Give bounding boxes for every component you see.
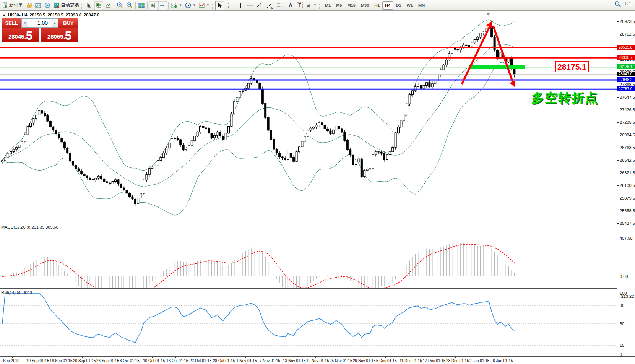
bear-candle (330, 131, 331, 133)
auto-scroll-button[interactable] (149, 1, 158, 10)
search-icon[interactable] (614, 1, 621, 8)
time-label: Sep 2019 (3, 359, 19, 363)
timeframe-m15[interactable]: M15 (344, 1, 358, 10)
price-level-callout[interactable]: 28175.1 (555, 61, 589, 72)
bull-candle (242, 90, 244, 91)
price-axis[interactable]: 28973.528752.528531.528310.528089.527868… (617, 11, 635, 356)
time-axis[interactable]: Sep 201910 Sep 01:1516 Sep 01:1520 Sep 0… (0, 356, 635, 364)
panel-splitter[interactable] (0, 288, 617, 289)
timeframe-h1[interactable]: H1 (372, 1, 382, 10)
axis-tick (617, 34, 619, 34)
bear-candle (49, 121, 51, 127)
axis-tick-label: 28973.5 (620, 19, 635, 24)
label-tool-letter: T (297, 2, 302, 8)
time-tick (502, 357, 502, 358)
time-label: 19 Nov 01:15 (306, 359, 329, 363)
timeframe-d1[interactable]: D1 (393, 1, 404, 10)
timeframe-mn[interactable]: MN (416, 1, 427, 10)
time-label: 7 Nov 01:15 (260, 359, 280, 363)
axis-tick-label: 26100.5 (620, 183, 635, 188)
bull-candle (216, 132, 218, 136)
bull-candle (358, 159, 360, 162)
volume-increase-button[interactable]: ▲ (52, 19, 58, 27)
line-chart-button[interactable] (103, 1, 112, 10)
toolbar-separator (147, 2, 148, 9)
bull-candle (191, 141, 193, 145)
text-button[interactable]: A (286, 1, 295, 10)
symbol-period: HK50-,H4 (8, 13, 28, 17)
bull-candle (372, 155, 374, 169)
buy-button[interactable]: BUY (58, 18, 78, 28)
rsi-panel[interactable] (0, 289, 617, 356)
candlestick-chart-button[interactable] (94, 1, 103, 10)
bear-candle (208, 128, 210, 133)
chat-icon[interactable] (625, 1, 633, 8)
sell-button[interactable]: SELL (2, 18, 21, 28)
market-watch-button[interactable] (24, 1, 34, 10)
new-order-button[interactable]: 新订单 (1, 1, 24, 10)
horizontal-line-button[interactable] (245, 1, 255, 10)
bear-candle (101, 176, 102, 179)
axis-tick (617, 110, 619, 110)
zoom-out-button[interactable] (125, 1, 134, 10)
object-handle[interactable] (552, 66, 554, 68)
bull-candle (389, 152, 391, 155)
bear-candle (134, 199, 136, 203)
timeframe-m30[interactable]: M30 (358, 1, 372, 10)
chart-profile-button[interactable] (34, 1, 43, 10)
highlight-bar[interactable] (469, 65, 525, 69)
vertical-line-button[interactable] (236, 1, 245, 10)
bull-candle (21, 142, 23, 145)
axis-tick (617, 148, 619, 148)
bear-candle (380, 152, 382, 153)
bull-candle (171, 138, 173, 143)
arrows-button[interactable]: ▼ (304, 1, 318, 10)
bull-candle (236, 97, 238, 102)
bull-candle (313, 127, 315, 128)
panel-splitter[interactable] (0, 223, 617, 224)
rsi-axis-label: 15 (620, 343, 624, 348)
vertical-line-icon (238, 2, 243, 8)
trendline-button[interactable] (255, 1, 264, 10)
templates-button[interactable]: ▼ (197, 1, 211, 10)
timeframe-m1[interactable]: M1 (322, 1, 333, 10)
volume-decrease-button[interactable]: ▼ (22, 19, 28, 27)
zoom-in-button[interactable] (115, 1, 125, 10)
sound-alert-button[interactable] (43, 1, 52, 10)
chevron-down-icon: ▼ (193, 3, 196, 7)
chart-shift-button[interactable] (158, 1, 167, 10)
volume-input[interactable] (28, 19, 52, 27)
time-label: 8 Jan 01:15 (493, 359, 513, 363)
fibo-letter: F (283, 6, 284, 10)
bear-candle (52, 127, 54, 130)
equidistant-channel-button[interactable]: E (264, 1, 275, 10)
timeframe-w1[interactable]: W1 (404, 1, 416, 10)
bull-candle (412, 91, 414, 94)
text-label-button[interactable]: T (295, 1, 304, 10)
trend-arrow-up[interactable] (462, 25, 490, 84)
timeframe-m5[interactable]: M5 (333, 1, 344, 10)
time-tick (479, 357, 479, 358)
ask-price-button[interactable]: 28059.5 (41, 28, 78, 42)
bear-candle (81, 171, 83, 174)
main-price-chart[interactable] (0, 11, 617, 223)
price-badge: 27787.0 (617, 86, 635, 91)
fibonacci-button[interactable]: F (275, 1, 286, 10)
bull-candle (451, 48, 453, 54)
chart-shift-marker[interactable] (486, 13, 490, 16)
crosshair-button[interactable] (224, 1, 234, 10)
bid-price-button[interactable]: 28045.5 (2, 28, 39, 42)
tile-windows-icon (138, 2, 145, 8)
bar-high: 28150.5 (48, 13, 63, 17)
macd-panel[interactable] (0, 224, 617, 288)
cursor-button[interactable] (215, 1, 224, 10)
indicators-button[interactable]: ▼ (170, 1, 184, 10)
periods-button[interactable]: ▼ (184, 1, 197, 10)
bar-chart-button[interactable] (85, 1, 94, 10)
time-tick (106, 357, 106, 358)
autotrading-icon (54, 2, 60, 8)
timeframe-h4[interactable]: H4 (382, 1, 393, 10)
bull-candle (148, 169, 150, 175)
autotrading-button[interactable]: 自动交易 (52, 1, 81, 10)
tile-windows-button[interactable] (137, 1, 146, 10)
